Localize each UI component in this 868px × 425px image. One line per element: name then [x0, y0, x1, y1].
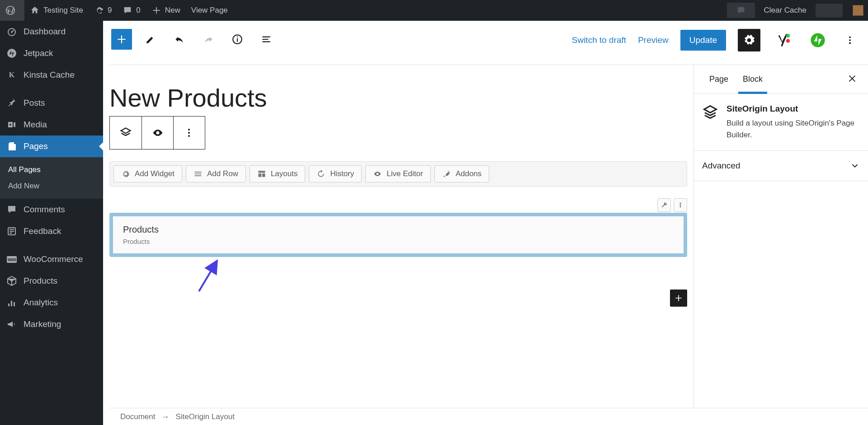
site-name-label: Testing Site [43, 6, 83, 15]
svg-point-13 [188, 129, 190, 131]
redo-button[interactable] [198, 29, 219, 50]
svg-point-15 [188, 135, 190, 137]
add-block-button[interactable] [111, 29, 132, 50]
preview-link[interactable]: Preview [638, 35, 669, 45]
menu-kinsta-cache[interactable]: KKinsta Cache [0, 64, 103, 86]
block-more-button[interactable] [173, 117, 205, 149]
block-toolbar [109, 116, 205, 149]
menu-posts[interactable]: Posts [0, 92, 103, 114]
pb-widget-products[interactable]: Products Products [113, 216, 684, 253]
inspector-advanced-panel[interactable]: Advanced [694, 151, 868, 181]
woo-icon: woo [7, 256, 17, 263]
menu-products[interactable]: Products [0, 270, 103, 292]
menu-jetpack[interactable]: Jetpack [0, 42, 103, 64]
new-content-menu[interactable]: New [146, 0, 186, 21]
gear-icon [121, 169, 130, 178]
tab-block[interactable]: Block [736, 65, 770, 93]
layers-icon [119, 126, 132, 139]
gear-icon [743, 34, 755, 46]
move-vertical-icon [677, 201, 684, 209]
svg-point-3 [7, 49, 16, 58]
menu-woocommerce[interactable]: wooWooCommerce [0, 248, 103, 270]
comment-icon [6, 204, 17, 215]
settings-sidebar-toggle[interactable] [738, 29, 760, 51]
layout-icon [257, 169, 266, 178]
editor-canvas[interactable]: New Products Add Widget Add Row Layouts … [109, 65, 687, 408]
layers-icon [702, 104, 718, 120]
menu-analytics[interactable]: Analytics [0, 292, 103, 313]
block-type-button[interactable] [110, 117, 142, 149]
svg-point-8 [786, 39, 790, 43]
gauge-icon [6, 26, 17, 37]
home-icon [30, 5, 40, 15]
comments-menu[interactable]: 0 [117, 0, 146, 21]
annotation-arrow [109, 261, 687, 292]
block-preview-button[interactable] [142, 116, 174, 149]
inspector-close-button[interactable] [844, 71, 860, 88]
undo-icon [174, 33, 185, 45]
megaphone-icon [6, 319, 17, 330]
user-avatar[interactable] [853, 5, 863, 16]
breadcrumb-leaf[interactable]: SiteOrigin Layout [175, 412, 234, 421]
rows-icon [193, 169, 203, 178]
kinsta-icon: K [6, 70, 17, 80]
submenu-all-pages[interactable]: All Pages [0, 162, 103, 178]
update-button[interactable]: Update [680, 30, 726, 51]
yoast-button[interactable] [772, 29, 795, 51]
more-menu-button[interactable] [841, 35, 859, 45]
tools-button[interactable] [140, 29, 161, 50]
menu-comments[interactable]: Comments [0, 199, 103, 220]
chat-icon [736, 5, 746, 15]
site-name-menu[interactable]: Testing Site [24, 0, 89, 21]
refresh-icon [94, 5, 104, 15]
pb-add-widget-button[interactable]: Add Widget [113, 165, 182, 182]
comment-icon [123, 5, 132, 15]
pb-history-button[interactable]: History [309, 165, 362, 182]
pb-row-actions [109, 198, 687, 212]
breadcrumb-document[interactable]: Document [120, 412, 155, 421]
info-button[interactable] [227, 29, 248, 50]
list-icon [260, 33, 272, 45]
menu-dashboard[interactable]: Dashboard [0, 21, 103, 42]
inspector-tabs: Page Block [694, 65, 868, 94]
pb-live-editor-button[interactable]: Live Editor [365, 165, 430, 182]
inspector-block-card: SiteOrigin Layout Build a layout using S… [694, 94, 868, 151]
pb-row-move-button[interactable] [674, 198, 687, 212]
eye-icon [151, 126, 164, 139]
menu-media[interactable]: Media [0, 114, 103, 135]
clear-cache-button[interactable]: Clear Cache [759, 0, 812, 21]
pb-addons-button[interactable]: Addons [434, 165, 490, 182]
pencil-icon [145, 33, 156, 45]
outline-button[interactable] [256, 29, 277, 50]
block-title: SiteOrigin Layout [726, 104, 860, 114]
undo-button[interactable] [169, 29, 190, 50]
jetpack-button[interactable] [807, 29, 829, 51]
view-page-link[interactable]: View Page [186, 0, 233, 21]
tab-page[interactable]: Page [702, 65, 736, 93]
wp-logo-menu[interactable] [0, 0, 24, 21]
secondary-action[interactable] [816, 4, 843, 17]
dots-vertical-icon [183, 126, 195, 139]
block-description: Build a layout using SiteOrigin's Page B… [726, 117, 860, 140]
switch-to-draft-link[interactable]: Switch to draft [572, 35, 626, 45]
pb-row[interactable]: Products Products [109, 213, 687, 257]
plus-icon [674, 294, 683, 303]
settings-inspector: Page Block SiteOrigin Layout Build a lay… [693, 65, 868, 408]
updates-menu[interactable]: 9 [89, 0, 117, 21]
menu-marketing[interactable]: Marketing [0, 313, 103, 335]
menu-pages[interactable]: Pages [0, 135, 103, 157]
editor-header: Switch to draft Preview Update [109, 21, 868, 65]
pb-layouts-button[interactable]: Layouts [250, 165, 306, 182]
menu-feedback[interactable]: Feedback [0, 220, 103, 242]
plus-icon [151, 5, 161, 15]
page-title-input[interactable]: New Products [109, 83, 687, 112]
plus-icon [116, 33, 127, 45]
pin-icon [6, 98, 17, 108]
menu-pages-submenu: All Pages Add New [0, 157, 103, 199]
submenu-add-new[interactable]: Add New [0, 178, 103, 194]
pb-widget-subtitle: Products [123, 238, 674, 245]
notification-center[interactable] [727, 3, 755, 18]
pb-add-row-button[interactable]: Add Row [186, 165, 246, 182]
pb-row-edit-button[interactable] [657, 198, 671, 212]
box-icon [6, 276, 17, 286]
